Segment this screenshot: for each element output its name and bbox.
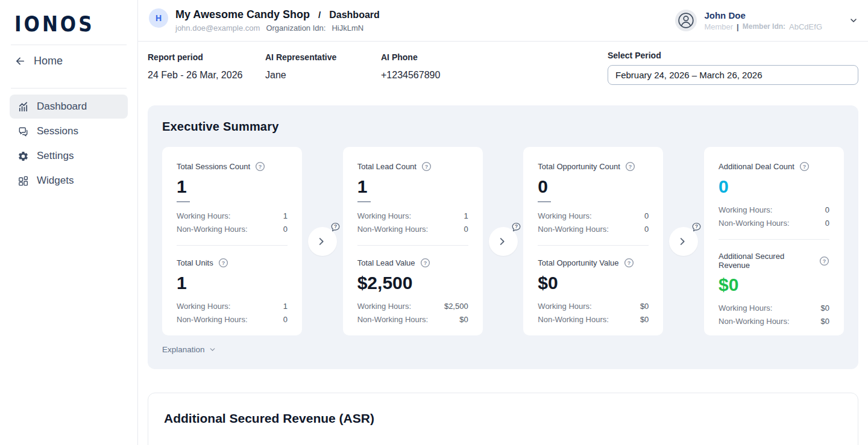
report-period-value: 24 Feb - 26 Mar, 2026	[148, 70, 265, 81]
report-period-label: Report period	[148, 52, 265, 62]
ai-phone-value: +1234567890	[381, 70, 440, 81]
metric-row: Working Hours: 0	[538, 211, 649, 222]
ionos-logo: IONOS	[14, 12, 128, 36]
metric-row-value: 0	[825, 205, 829, 216]
metric-label: Total Sessions Count	[177, 162, 250, 171]
metric-row-label: Working Hours:	[177, 301, 230, 312]
metric-row: Non-Working Hours: $0	[719, 316, 829, 327]
metric-label: Total Opportunity Value	[538, 258, 618, 267]
metric-row: Non-Working Hours: 0	[538, 224, 649, 235]
metric-row: Working Hours: 1	[177, 211, 288, 222]
select-period-block: Select Period	[608, 51, 858, 85]
card-divider	[719, 239, 829, 240]
explanation-label: Explanation	[162, 345, 205, 354]
metric-head: Total Lead Value ?	[357, 258, 468, 268]
metric-block: Total Opportunity Count ? 0 Working Hour…	[538, 161, 649, 234]
sidebar-item-widgets[interactable]: Widgets	[10, 169, 128, 193]
user-menu[interactable]: John Doe Member | Member Idn: AbCdEfG	[675, 10, 858, 31]
current-page-crumb: Dashboard	[329, 10, 380, 20]
connector-button[interactable]: ?	[489, 227, 518, 256]
report-period-field: Report period 24 Feb - 26 Mar, 2026	[148, 52, 265, 81]
help-icon[interactable]: ?	[624, 258, 634, 268]
sidebar-item-sessions[interactable]: Sessions	[10, 119, 128, 143]
metric-row-value: 1	[464, 211, 468, 222]
metric-row: Non-Working Hours: 0	[177, 314, 288, 325]
metric-label: Total Opportunity Count	[538, 162, 620, 171]
card-divider	[357, 245, 468, 246]
metric-block: Total Sessions Count ? 1 Working Hours: …	[177, 161, 288, 234]
summary-stat-card: Total Sessions Count ? 1 Working Hours: …	[162, 147, 302, 335]
connector-button[interactable]: ?	[669, 227, 698, 256]
metric-head: Total Sessions Count ?	[177, 161, 288, 172]
metric-row: Non-Working Hours: 0	[719, 218, 829, 229]
metric-row-value: $0	[821, 316, 829, 327]
user-email: john.doe@example.com	[175, 23, 260, 33]
metric-rows: Working Hours: 0 Non-Working Hours: 0	[719, 205, 829, 228]
metric-value: 0	[719, 176, 829, 196]
asr-section: Additional Secured Revenue (ASR)	[148, 393, 858, 445]
metric-rows: Working Hours: 1 Non-Working Hours: 0	[177, 211, 288, 234]
help-icon[interactable]: ?	[255, 161, 265, 172]
card-divider	[177, 245, 288, 246]
metric-value: $2,500	[357, 273, 468, 293]
metric-row-label: Working Hours:	[357, 301, 411, 312]
help-icon[interactable]: ?	[625, 161, 635, 172]
metric-label: Total Lead Count	[357, 162, 417, 171]
metric-row-value: 1	[283, 211, 288, 222]
metric-row: Working Hours: $0	[719, 303, 829, 314]
metric-underline	[538, 201, 551, 202]
sidebar-nav: Dashboard Sessions Settings Widgets	[10, 95, 128, 193]
metric-row-label: Working Hours:	[538, 301, 591, 312]
metric-row-value: 0	[283, 314, 288, 325]
ai-phone-field: AI Phone +1234567890	[381, 52, 440, 81]
select-period-input[interactable]	[608, 65, 858, 85]
metric-row-label: Non-Working Hours:	[177, 314, 248, 325]
gear-icon	[17, 151, 29, 162]
sidebar-item-settings[interactable]: Settings	[10, 144, 128, 168]
connector-button[interactable]: ?	[308, 227, 337, 256]
metric-row: Working Hours: 1	[357, 211, 468, 222]
user-role: Member	[704, 22, 733, 31]
metric-block: Total Opportunity Value ? $0 Working Hou…	[538, 258, 649, 325]
sidebar-item-home[interactable]: Home	[10, 45, 128, 77]
sidebar-item-dashboard[interactable]: Dashboard	[10, 95, 128, 119]
help-icon[interactable]: ?	[218, 258, 228, 268]
svg-text:?: ?	[514, 223, 517, 229]
chevron-right-icon	[677, 236, 688, 247]
user-divider: |	[737, 22, 739, 31]
report-bar: Report period 24 Feb - 26 Mar, 2026 AI R…	[148, 52, 858, 85]
metric-row-value: 1	[283, 301, 288, 312]
metric-row-label: Non-Working Hours:	[538, 224, 609, 235]
page-content: Report period 24 Feb - 26 Mar, 2026 AI R…	[138, 42, 868, 445]
header-subtitle: john.doe@example.com Organization Idn: H…	[175, 23, 380, 33]
help-icon[interactable]: ?	[799, 161, 810, 172]
member-id-label: Member Idn:	[743, 22, 785, 31]
member-id-value: AbCdEfG	[789, 22, 822, 31]
explanation-toggle[interactable]: Explanation	[162, 345, 216, 354]
svg-text:?: ?	[695, 223, 698, 229]
metric-row: Non-Working Hours: 0	[357, 224, 468, 235]
metric-row: Non-Working Hours: $0	[357, 314, 468, 325]
svg-text:?: ?	[803, 164, 806, 170]
metric-rows: Working Hours: 0 Non-Working Hours: 0	[538, 211, 649, 234]
metric-row-label: Working Hours:	[357, 211, 411, 222]
sidebar-item-label: Dashboard	[37, 101, 87, 113]
metric-row-label: Non-Working Hours:	[177, 224, 248, 235]
card-connector: ?	[302, 147, 343, 335]
help-icon[interactable]: ?	[421, 161, 432, 172]
ai-representative-value: Jane	[265, 70, 381, 81]
sidebar-item-label: Settings	[37, 150, 74, 162]
metric-row: Non-Working Hours: $0	[538, 314, 649, 325]
metric-head: Total Units ?	[177, 258, 288, 268]
svg-text:?: ?	[425, 164, 428, 170]
chevron-down-icon[interactable]	[849, 16, 858, 25]
help-icon[interactable]: ?	[819, 256, 829, 266]
top-header: H My Awesome Candy Shop / Dashboard john…	[138, 0, 868, 42]
bubble-question-icon: ?	[691, 222, 702, 233]
metric-head: Total Opportunity Count ?	[538, 161, 649, 172]
help-icon[interactable]: ?	[420, 258, 430, 268]
user-avatar	[675, 10, 697, 31]
metric-row-label: Working Hours:	[719, 303, 772, 314]
card-divider	[538, 245, 649, 246]
svg-text:?: ?	[334, 223, 337, 229]
